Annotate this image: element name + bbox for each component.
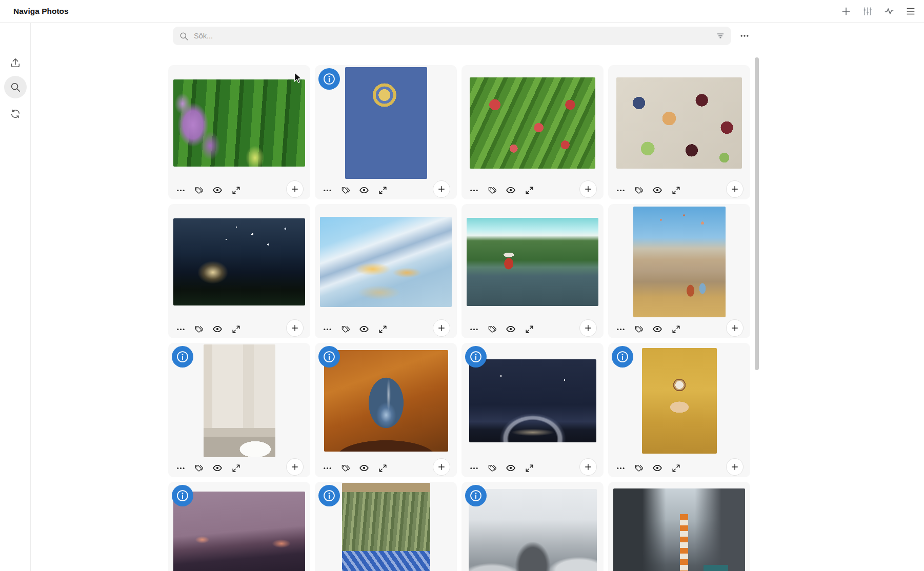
search-input[interactable]: [194, 32, 713, 40]
more-options-button[interactable]: [468, 185, 479, 196]
add-to-collection-button[interactable]: [286, 319, 304, 337]
more-options-button[interactable]: [615, 462, 626, 474]
info-badge[interactable]: [172, 485, 193, 506]
tags-button[interactable]: [633, 185, 645, 196]
card-actions: [168, 320, 310, 338]
photo-lakeside-cabin[interactable]: [467, 218, 598, 306]
add-to-collection-button[interactable]: [579, 319, 597, 337]
tags-button[interactable]: [340, 185, 351, 196]
sidebar-item-search[interactable]: [4, 76, 27, 98]
photo-asparagus-crate[interactable]: [342, 483, 430, 571]
add-button[interactable]: [840, 5, 852, 17]
photo-city-street-chimney[interactable]: [613, 488, 745, 571]
expand-button[interactable]: [230, 185, 242, 196]
preview-button[interactable]: [505, 462, 516, 474]
add-to-collection-button[interactable]: [433, 458, 450, 476]
add-to-collection-button[interactable]: [726, 458, 744, 476]
preview-button[interactable]: [652, 462, 663, 474]
sidebar-item-sync[interactable]: [4, 103, 27, 125]
photo-monochrome-peak[interactable]: [469, 489, 597, 571]
tags-button[interactable]: [487, 462, 498, 474]
expand-button[interactable]: [670, 185, 681, 196]
more-options-button[interactable]: [615, 323, 626, 335]
preview-button[interactable]: [212, 185, 223, 196]
add-to-collection-button[interactable]: [579, 458, 597, 476]
tags-button[interactable]: [633, 462, 645, 474]
expand-button[interactable]: [377, 462, 388, 474]
expand-button[interactable]: [524, 462, 535, 474]
expand-button[interactable]: [670, 462, 681, 474]
photo-stone-bathroom[interactable]: [204, 344, 275, 457]
photo-apple-tree[interactable]: [470, 77, 595, 169]
activity-button[interactable]: [883, 5, 895, 17]
photo-dusk-mountains[interactable]: [173, 492, 305, 571]
add-to-collection-button[interactable]: [286, 458, 304, 476]
preview-button[interactable]: [652, 323, 663, 335]
preview-button[interactable]: [212, 462, 223, 474]
menu-button[interactable]: [905, 5, 917, 17]
more-options-button[interactable]: [322, 462, 333, 474]
info-badge[interactable]: [318, 485, 340, 506]
preview-button[interactable]: [358, 185, 370, 196]
sidebar: [0, 23, 31, 571]
info-badge[interactable]: [612, 346, 633, 368]
more-options-button[interactable]: [468, 323, 479, 335]
photo-hot-air-balloon[interactable]: [345, 67, 427, 179]
more-options-button[interactable]: [322, 323, 333, 335]
more-options-button[interactable]: [615, 185, 626, 196]
add-to-collection-button[interactable]: [726, 180, 744, 198]
expand-button[interactable]: [377, 185, 388, 196]
preview-button[interactable]: [505, 185, 516, 196]
add-to-collection-button[interactable]: [579, 180, 597, 198]
expand-button[interactable]: [377, 323, 388, 335]
add-to-collection-button[interactable]: [286, 180, 304, 198]
filters-panel-button[interactable]: [861, 5, 874, 17]
tags-button[interactable]: [193, 323, 205, 335]
info-badge[interactable]: [318, 346, 340, 368]
tags-button[interactable]: [340, 462, 351, 474]
add-to-collection-button[interactable]: [433, 180, 450, 198]
vertical-scrollbar[interactable]: [755, 57, 759, 370]
sidebar-item-upload[interactable]: [4, 52, 27, 74]
tags-button[interactable]: [193, 462, 205, 474]
photo-coffee-sweater[interactable]: [642, 348, 717, 454]
expand-button[interactable]: [230, 323, 242, 335]
preview-button[interactable]: [358, 462, 370, 474]
filter-button[interactable]: [713, 28, 728, 44]
photo-desert-arch-stars[interactable]: [324, 350, 448, 452]
photo-lilac-garden[interactable]: [173, 79, 305, 167]
info-badge[interactable]: [172, 346, 193, 368]
expand-button[interactable]: [524, 323, 535, 335]
photo-cappadocia-overlook[interactable]: [633, 207, 726, 317]
preview-button[interactable]: [652, 185, 663, 196]
tags-icon: [488, 463, 497, 473]
more-options-button[interactable]: [468, 462, 479, 474]
photo-snowy-fjord-village[interactable]: [320, 217, 452, 307]
more-options-button[interactable]: [175, 323, 186, 335]
more-options-button[interactable]: [322, 185, 333, 196]
search-more-options-button[interactable]: [737, 29, 752, 43]
expand-button[interactable]: [230, 462, 242, 474]
preview-button[interactable]: [505, 323, 516, 335]
add-to-collection-button[interactable]: [433, 319, 450, 337]
expand-icon: [525, 324, 534, 334]
tags-button[interactable]: [487, 323, 498, 335]
info-badge[interactable]: [318, 68, 340, 90]
more-options-button[interactable]: [175, 462, 186, 474]
tags-button[interactable]: [340, 323, 351, 335]
photo-fruit-crates[interactable]: [616, 77, 742, 169]
expand-button[interactable]: [670, 323, 681, 335]
photo-milky-way-lake[interactable]: [469, 359, 596, 442]
expand-button[interactable]: [524, 185, 535, 196]
card-actions: [461, 320, 604, 338]
info-badge[interactable]: [465, 485, 487, 506]
more-options-button[interactable]: [175, 185, 186, 196]
tags-button[interactable]: [193, 185, 205, 196]
tags-button[interactable]: [633, 323, 645, 335]
add-to-collection-button[interactable]: [726, 319, 744, 337]
photo-night-shelter[interactable]: [173, 218, 305, 305]
preview-button[interactable]: [358, 323, 370, 335]
tags-button[interactable]: [487, 185, 498, 196]
info-badge[interactable]: [465, 346, 487, 368]
preview-button[interactable]: [212, 323, 223, 335]
